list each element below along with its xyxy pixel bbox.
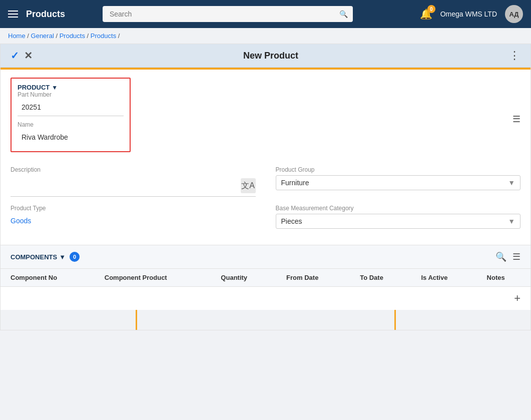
- components-actions: 🔍 ☰: [495, 251, 520, 262]
- col-is-active: Is Active: [411, 269, 476, 287]
- components-title[interactable]: COMPONENTS ▼: [11, 253, 66, 261]
- type-measurement-row: Product Type Goods Base Measurement Cate…: [11, 205, 520, 229]
- product-section-title[interactable]: PRODUCT ▼: [18, 84, 124, 91]
- product-group-label: Product Group: [276, 166, 521, 173]
- description-input-wrap: 文A: [11, 175, 256, 197]
- description-group-row: Description 文A Product Group Furniture E…: [11, 166, 520, 197]
- breadcrumb-products-1[interactable]: Products: [60, 32, 85, 40]
- components-search-button[interactable]: 🔍: [495, 251, 506, 262]
- navbar: Products 🔍 🔔 0 Omega WMS LTD АД: [0, 0, 531, 28]
- company-name: Omega WMS LTD: [440, 10, 497, 18]
- bottom-accents: [1, 310, 530, 330]
- base-measurement-select[interactable]: Pieces Kilograms Liters: [281, 217, 508, 225]
- components-menu-button[interactable]: ☰: [512, 251, 520, 262]
- table-header-row: Component No Component Product Quantity …: [1, 269, 530, 287]
- search-icon: 🔍: [339, 10, 348, 18]
- search-bar: 🔍: [103, 6, 353, 22]
- form-header: ✓ ✕ New Product ⋮: [1, 44, 530, 68]
- cancel-button[interactable]: ✕: [24, 50, 33, 62]
- add-row: +: [1, 287, 530, 310]
- col-component-product: Component Product: [95, 269, 211, 287]
- part-number-group: Part Number 20251: [18, 91, 124, 116]
- translate-icon[interactable]: 文A: [241, 178, 256, 193]
- col-quantity: Quantity: [211, 269, 276, 287]
- form-header-actions: ✓ ✕: [11, 50, 33, 62]
- product-group-col: Product Group Furniture Electronics Clot…: [276, 166, 521, 197]
- product-type-link[interactable]: Goods: [11, 217, 31, 225]
- product-group-select-wrap: Furniture Electronics Clothing ▼: [276, 175, 521, 190]
- product-group-select[interactable]: Furniture Electronics Clothing: [281, 179, 508, 187]
- breadcrumb-home[interactable]: Home: [8, 32, 26, 40]
- base-measurement-col: Base Measurement Category Pieces Kilogra…: [276, 205, 521, 229]
- col-from-date: From Date: [276, 269, 350, 287]
- product-type-col: Product Type Goods: [11, 205, 256, 229]
- components-table: Component No Component Product Quantity …: [1, 269, 530, 287]
- orange-vline-left: [136, 310, 137, 330]
- notifications-bell[interactable]: 🔔 0: [420, 8, 432, 20]
- section-header: PRODUCT ▼ Part Number 20251 Name Riva Wa…: [11, 78, 520, 160]
- name-value[interactable]: Riva Wardrobe: [18, 130, 124, 146]
- save-button[interactable]: ✓: [11, 50, 19, 62]
- components-count-badge: 0: [70, 252, 80, 262]
- col-component-no: Component No: [1, 269, 95, 287]
- components-section: COMPONENTS ▼ 0 🔍 ☰ Component No Componen…: [1, 245, 530, 310]
- base-measurement-label: Base Measurement Category: [276, 205, 521, 212]
- base-measurement-select-wrap: Pieces Kilograms Liters ▼: [276, 214, 521, 229]
- product-type-label: Product Type: [11, 205, 256, 212]
- components-chevron-icon: ▼: [59, 253, 66, 261]
- form-title: New Product: [33, 51, 509, 61]
- name-group: Name Riva Wardrobe: [18, 121, 124, 146]
- more-options-button[interactable]: ⋮: [509, 49, 520, 62]
- name-label: Name: [18, 121, 124, 128]
- col-notes: Notes: [477, 269, 530, 287]
- description-label: Description: [11, 166, 256, 173]
- orange-vline-right: [394, 310, 396, 330]
- components-header: COMPONENTS ▼ 0 🔍 ☰: [1, 245, 530, 269]
- base-measurement-chevron-icon: ▼: [508, 217, 515, 225]
- main-content: ✓ ✕ New Product ⋮ PRODUCT ▼ Part Number …: [0, 44, 531, 330]
- search-input[interactable]: [103, 6, 353, 22]
- product-highlight-box: PRODUCT ▼ Part Number 20251 Name Riva Wa…: [11, 78, 131, 152]
- product-chevron-icon: ▼: [52, 84, 58, 91]
- section-menu-icon[interactable]: ☰: [512, 114, 520, 125]
- fields-outer: Description 文A Product Group Furniture E…: [1, 166, 530, 245]
- description-input[interactable]: [11, 182, 241, 190]
- part-number-label: Part Number: [18, 91, 124, 98]
- app-title: Products: [26, 9, 65, 20]
- product-type-value-wrap: Goods: [11, 214, 256, 228]
- description-col: Description 文A: [11, 166, 256, 197]
- navbar-right: 🔔 0 Omega WMS LTD АД: [420, 5, 523, 23]
- add-component-button[interactable]: +: [514, 292, 520, 305]
- product-section: PRODUCT ▼ Part Number 20251 Name Riva Wa…: [1, 70, 530, 160]
- avatar[interactable]: АД: [505, 5, 523, 23]
- bell-badge: 0: [427, 5, 435, 13]
- breadcrumb: Home / General / Products / Products /: [0, 28, 531, 44]
- menu-icon[interactable]: [8, 11, 18, 18]
- product-group-chevron-icon: ▼: [508, 179, 515, 187]
- part-number-value[interactable]: 20251: [18, 100, 124, 116]
- col-to-date: To Date: [350, 269, 411, 287]
- breadcrumb-products-2[interactable]: Products: [91, 32, 116, 40]
- breadcrumb-general[interactable]: General: [31, 32, 54, 40]
